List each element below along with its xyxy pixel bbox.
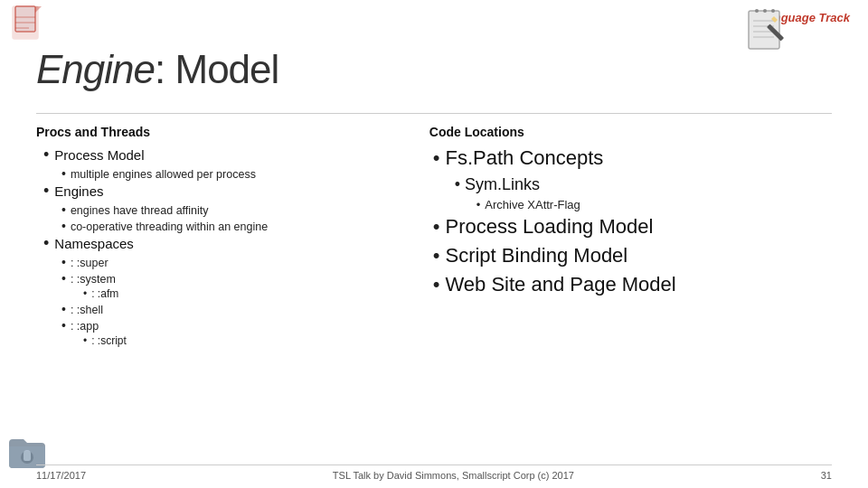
bullet-icon: • — [61, 318, 66, 333]
item-label: Web Site and Page Model — [445, 273, 675, 296]
bullet-icon: • — [433, 275, 440, 295]
list-item: • Process Model — [43, 146, 402, 163]
item-label: co-operative threading within an engine — [71, 221, 268, 233]
svg-point-11 — [755, 9, 759, 13]
left-section-title: Procs and Threads — [36, 125, 402, 139]
bullet-icon: • — [43, 183, 49, 199]
svg-point-13 — [771, 9, 775, 13]
bullet-icon: • — [61, 166, 66, 181]
notebook-icon — [741, 7, 788, 54]
item-label: : :shell — [71, 304, 103, 316]
list-item: • Engines — [43, 183, 402, 199]
list-item: • Archive XAttr-Flag — [476, 198, 832, 211]
list-item: • : :system — [61, 271, 402, 286]
bullet-icon: • — [61, 219, 66, 233]
footer-page: 31 — [821, 470, 832, 481]
item-label: Process Loading Model — [445, 215, 653, 239]
bullet-icon: • — [83, 334, 87, 347]
list-item: • multiple engines allowed per process — [61, 166, 402, 181]
document-icon — [11, 5, 45, 48]
list-item: • : :shell — [61, 302, 402, 316]
right-column: Code Locations • Fs.Path Concepts • Sym.… — [429, 125, 832, 447]
bullet-icon: • — [455, 175, 460, 194]
list-item: • : :script — [83, 334, 402, 347]
item-label: : :app — [71, 320, 99, 333]
list-item: • co-operative threading within an engin… — [61, 219, 402, 233]
item-label: Fs.Path Concepts — [445, 146, 603, 170]
list-item: • : :app — [61, 318, 402, 333]
bullet-icon: • — [43, 146, 49, 163]
item-label: : :super — [71, 257, 108, 269]
list-item: • Sym.Links — [455, 175, 832, 194]
bullet-icon: • — [476, 198, 481, 211]
bullet-icon: • — [43, 235, 49, 251]
title-model: Model — [165, 47, 278, 91]
right-section-title: Code Locations — [429, 125, 832, 139]
title-engine: Engine — [36, 47, 155, 91]
list-item: • Process Loading Model — [433, 215, 832, 239]
title-colon: : — [155, 47, 165, 91]
item-label: Archive XAttr-Flag — [485, 198, 580, 211]
bullet-icon: • — [83, 287, 87, 300]
item-label: Process Model — [54, 147, 144, 163]
folder-icon — [7, 434, 43, 465]
list-item: • Fs.Path Concepts — [433, 146, 832, 170]
footer: 11/17/2017 TSL Talk by David Simmons, Sm… — [36, 465, 832, 481]
list-item: • : :afm — [83, 287, 402, 300]
item-label: Sym.Links — [465, 175, 540, 194]
footer-center: TSL Talk by David Simmons, Smallscript C… — [333, 470, 574, 481]
footer-date: 11/17/2017 — [36, 470, 86, 481]
bullet-icon: • — [433, 148, 440, 168]
bullet-icon: • — [61, 302, 66, 316]
bullet-icon: • — [61, 255, 66, 269]
list-item: • Namespaces — [43, 235, 402, 251]
bullet-icon: • — [433, 217, 440, 237]
item-label: Namespaces — [54, 236, 134, 251]
item-label: : :afm — [91, 287, 118, 300]
left-column: Procs and Threads • Process Model • mult… — [36, 125, 402, 447]
item-label: Script Binding Model — [445, 244, 627, 267]
list-item: • Web Site and Page Model — [433, 273, 832, 296]
bullet-icon: • — [61, 202, 66, 217]
bullet-icon: • — [433, 246, 440, 266]
item-label: : :script — [91, 334, 127, 347]
item-label: Engines — [54, 183, 103, 199]
list-item: • engines have thread affinity — [61, 202, 402, 217]
slide: Language Track Engine: Model Procs an — [0, 0, 868, 488]
list-item: • Script Binding Model — [433, 244, 832, 267]
list-item: • : :super — [61, 255, 402, 269]
title-divider — [36, 113, 832, 114]
item-label: engines have thread affinity — [71, 204, 209, 217]
item-label: : :system — [71, 273, 116, 286]
page-title: Engine: Model — [36, 47, 278, 92]
item-label: multiple engines allowed per process — [71, 168, 256, 181]
content-area: Procs and Threads • Process Model • mult… — [36, 125, 832, 447]
bullet-icon: • — [61, 271, 66, 286]
svg-point-12 — [763, 9, 767, 13]
